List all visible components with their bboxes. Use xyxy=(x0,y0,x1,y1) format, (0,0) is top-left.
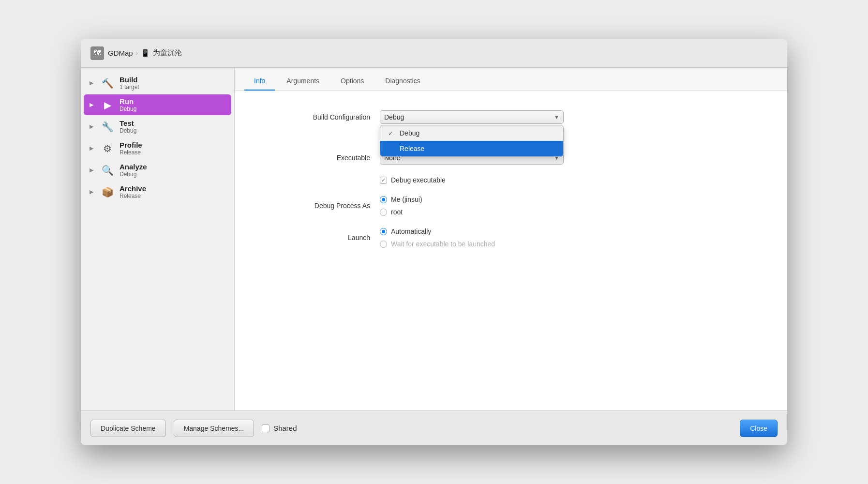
footer: Duplicate Scheme Manage Schemes... Share… xyxy=(81,410,787,445)
sidebar-item-run[interactable]: ▶ ▶ Run Debug xyxy=(84,94,231,115)
expand-arrow-run: ▶ xyxy=(90,102,95,108)
analyze-label: Analyze xyxy=(120,163,147,171)
launch-auto-row: Automatically xyxy=(380,227,495,235)
build-config-value: Debug xyxy=(384,113,404,121)
tab-diagnostics[interactable]: Diagnostics xyxy=(375,72,430,91)
sidebar-item-profile[interactable]: ▶ ⚙ Profile Release xyxy=(84,138,231,159)
content-area: ▶ 🔨 Build 1 target ▶ ▶ Run Debug ▶ 🔧 xyxy=(81,68,787,410)
dialog: 🗺 GDMap › 📱 为童沉沦 ▶ 🔨 Build 1 target ▶ xyxy=(81,39,787,445)
expand-arrow-analyze: ▶ xyxy=(90,167,95,173)
analyze-icon: 🔍 xyxy=(100,163,115,178)
build-config-label: Build Configuration xyxy=(264,113,370,121)
dropdown-option-release[interactable]: Release xyxy=(380,141,563,156)
test-text: Test Debug xyxy=(120,119,136,134)
tab-arguments[interactable]: Arguments xyxy=(277,72,329,91)
sidebar-item-build[interactable]: ▶ 🔨 Build 1 target xyxy=(84,73,231,93)
build-config-dropdown[interactable]: Debug ▼ xyxy=(380,110,564,124)
tab-bar: Info Arguments Options Diagnostics xyxy=(235,68,787,91)
build-config-row: Build Configuration Debug ▼ ✓ Debug xyxy=(264,110,758,124)
sidebar-item-archive[interactable]: ▶ 📦 Archive Release xyxy=(84,182,231,202)
breadcrumb: GDMap › 📱 为童沉沦 xyxy=(108,48,182,58)
expand-arrow-archive: ▶ xyxy=(90,189,95,195)
expand-arrow-build: ▶ xyxy=(90,80,95,86)
debug-executable-label: Debug executable xyxy=(391,176,446,184)
analyze-sub: Debug xyxy=(120,171,147,178)
tab-options[interactable]: Options xyxy=(331,72,374,91)
breadcrumb-device: 为童沉沦 xyxy=(153,48,182,58)
launch-wait-radio[interactable] xyxy=(380,241,387,248)
titlebar: 🗺 GDMap › 📱 为童沉沦 xyxy=(81,39,787,68)
shared-section: Shared xyxy=(262,424,297,432)
debug-process-me-radio[interactable] xyxy=(380,196,387,203)
analyze-text: Analyze Debug xyxy=(120,163,147,178)
build-icon: 🔨 xyxy=(100,76,115,91)
debug-process-root-row: root xyxy=(380,208,422,216)
debug-checkmark: ✓ xyxy=(388,130,396,137)
run-text: Run Debug xyxy=(120,97,136,112)
breadcrumb-project: GDMap xyxy=(108,49,133,57)
test-label: Test xyxy=(120,119,136,127)
run-label: Run xyxy=(120,97,136,106)
shared-checkbox[interactable] xyxy=(262,424,269,432)
test-sub: Debug xyxy=(120,127,136,134)
profile-label: Profile xyxy=(120,141,142,149)
debug-process-root-radio[interactable] xyxy=(380,209,387,216)
shared-label: Shared xyxy=(273,424,297,432)
tab-info[interactable]: Info xyxy=(244,72,275,91)
build-text: Build 1 target xyxy=(120,76,139,91)
launch-auto-radio[interactable] xyxy=(380,228,387,235)
debug-process-me-row: Me (jinsui) xyxy=(380,196,422,203)
expand-arrow-profile: ▶ xyxy=(90,145,95,151)
manage-schemes-button[interactable]: Manage Schemes... xyxy=(174,420,254,437)
debug-option-label: Debug xyxy=(400,129,419,137)
launch-wait-row: Wait for executable to be launched xyxy=(380,240,495,248)
launch-wait-label: Wait for executable to be launched xyxy=(391,240,495,248)
profile-text: Profile Release xyxy=(120,141,142,156)
sidebar-item-test[interactable]: ▶ 🔧 Test Debug xyxy=(84,116,231,137)
dropdown-arrow-icon: ▼ xyxy=(554,114,559,120)
executable-label: Executable xyxy=(264,154,370,162)
launch-label: Launch xyxy=(264,234,370,242)
build-label: Build xyxy=(120,76,139,84)
launch-options: Automatically Wait for executable to be … xyxy=(380,227,495,248)
profile-sub: Release xyxy=(120,149,142,156)
dropdown-option-debug[interactable]: ✓ Debug xyxy=(380,125,563,141)
app-icon: 🗺 xyxy=(90,46,104,60)
debug-process-root-label: root xyxy=(391,208,403,216)
main-panel: Info Arguments Options Diagnostics Build… xyxy=(235,68,787,410)
archive-text: Archive Release xyxy=(120,184,146,199)
sidebar: ▶ 🔨 Build 1 target ▶ ▶ Run Debug ▶ 🔧 xyxy=(81,68,235,410)
breadcrumb-separator: › xyxy=(136,49,138,57)
form-content: Build Configuration Debug ▼ ✓ Debug xyxy=(235,91,787,410)
release-option-label: Release xyxy=(400,145,424,152)
run-sub: Debug xyxy=(120,106,136,112)
archive-icon: 📦 xyxy=(100,185,115,199)
debug-process-me-label: Me (jinsui) xyxy=(391,196,422,203)
build-sub: 1 target xyxy=(120,84,139,91)
archive-sub: Release xyxy=(120,193,146,199)
debug-executable-checkbox[interactable] xyxy=(380,177,387,184)
debug-executable-row: Debug executable xyxy=(380,176,758,184)
debug-process-label: Debug Process As xyxy=(264,202,370,210)
breadcrumb-device-icon: 📱 xyxy=(141,49,150,58)
expand-arrow-test: ▶ xyxy=(90,123,95,130)
debug-process-row: Debug Process As Me (jinsui) root xyxy=(264,196,758,216)
archive-label: Archive xyxy=(120,184,146,193)
close-button[interactable]: Close xyxy=(740,420,778,437)
duplicate-scheme-button[interactable]: Duplicate Scheme xyxy=(90,420,166,437)
sidebar-item-analyze[interactable]: ▶ 🔍 Analyze Debug xyxy=(84,160,231,181)
launch-row: Launch Automatically Wait for executable… xyxy=(264,227,758,248)
profile-icon: ⚙ xyxy=(100,141,115,156)
build-config-dropdown-wrapper: Debug ▼ ✓ Debug Release xyxy=(380,110,564,124)
test-icon: 🔧 xyxy=(100,120,115,134)
run-icon: ▶ xyxy=(100,98,115,112)
build-config-menu: ✓ Debug Release xyxy=(380,125,564,157)
launch-auto-label: Automatically xyxy=(391,227,431,235)
debug-process-options: Me (jinsui) root xyxy=(380,196,422,216)
